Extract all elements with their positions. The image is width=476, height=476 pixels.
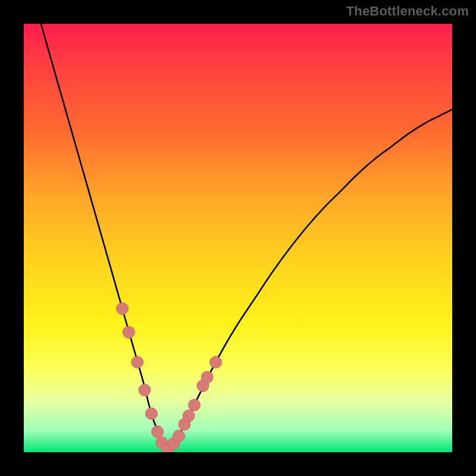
highlight-dot (210, 356, 222, 368)
highlight-dot (146, 408, 158, 419)
highlight-dot (189, 399, 201, 411)
watermark-text: TheBottleneck.com (346, 4, 469, 19)
highlight-dot (156, 437, 168, 449)
highlight-dot (201, 371, 213, 383)
plot-area (24, 24, 452, 452)
highlight-dots (117, 303, 222, 452)
bottleneck-curve-right (167, 109, 452, 449)
curve-layer (24, 24, 452, 452)
highlight-dot (197, 380, 209, 392)
highlight-dot (173, 430, 185, 442)
highlight-dot (131, 356, 143, 368)
highlight-dot (117, 303, 129, 315)
highlight-dot (178, 418, 190, 430)
highlight-dot (161, 443, 173, 452)
chart-frame: TheBottleneck.com (0, 0, 476, 476)
highlight-dot (168, 438, 180, 450)
highlight-dot (139, 384, 151, 396)
highlight-dot (152, 425, 164, 437)
highlight-dot (183, 410, 195, 422)
bottleneck-curve-left (41, 24, 167, 449)
highlight-dot (123, 326, 134, 338)
